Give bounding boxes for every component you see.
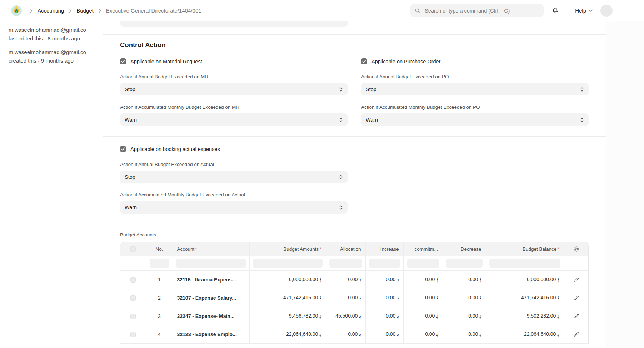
help-dropdown[interactable]: Help xyxy=(575,8,593,14)
filter-input-budget-amounts[interactable] xyxy=(253,259,323,268)
pencil-icon xyxy=(574,295,579,301)
decrease-cell[interactable]: 0.00 ؋ xyxy=(443,325,486,343)
budget-balance-cell[interactable]: 6,000,000.00 ؋ xyxy=(486,270,564,289)
breadcrumb: Accounting Budget Executive General Dire… xyxy=(30,8,201,14)
field-label: Action if Accumulated Monthly Budget Exc… xyxy=(120,104,348,110)
checkbox-checked-icon[interactable] xyxy=(120,146,126,152)
decrease-cell[interactable]: 0.00 ؋ xyxy=(443,270,486,289)
allocation-cell[interactable]: 0.00 ؋ xyxy=(326,289,365,307)
field-label: Action if Annual Budget Exceeded on Actu… xyxy=(120,162,348,167)
action-annual-mr-select[interactable]: Stop xyxy=(120,83,348,95)
applicable-on-mr-checkbox-row[interactable]: Applicable on Material Request xyxy=(120,58,348,64)
action-monthly-po-select[interactable]: Warn xyxy=(361,113,589,126)
allocation-cell[interactable]: 0.00 ؋ xyxy=(326,270,365,289)
page-body: m.waseelmohammadi@gmail.com last edited … xyxy=(0,21,644,348)
search-input[interactable] xyxy=(424,8,539,14)
col-header-no: No. xyxy=(146,242,173,256)
pencil-icon xyxy=(574,277,579,283)
breadcrumb-chevron-icon xyxy=(30,9,33,13)
commitments-cell[interactable]: 0.00 ؋ xyxy=(403,289,443,307)
field-label: Action if Accumulated Monthly Budget Exc… xyxy=(361,104,589,110)
commitments-cell[interactable]: 0.00 ؋ xyxy=(403,307,443,325)
select-chevrons-icon xyxy=(580,87,584,92)
account-cell[interactable]: 32115 - Ikramia Expens... xyxy=(173,270,249,289)
select-value: Warn xyxy=(125,205,137,210)
allocation-cell[interactable]: 45,500.00 ؋ xyxy=(326,307,365,325)
filter-cell-empty xyxy=(120,256,146,270)
increase-cell[interactable]: 0.00 ؋ xyxy=(365,270,403,289)
cutoff-field[interactable] xyxy=(120,21,348,27)
row-edit-cell xyxy=(564,289,589,307)
edit-row-button[interactable] xyxy=(574,295,579,301)
decrease-cell[interactable]: 0.00 ؋ xyxy=(443,307,486,325)
decrease-cell[interactable]: 0.00 ؋ xyxy=(443,289,486,307)
field-annual-po: Action if Annual Budget Exceeded on PO S… xyxy=(361,74,589,95)
previous-section-partial xyxy=(103,21,606,35)
booking-col: Applicable on booking actual expenses Ac… xyxy=(120,146,348,222)
row-checkbox[interactable] xyxy=(130,277,136,283)
checkbox-checked-icon[interactable] xyxy=(120,58,126,64)
notifications-button[interactable] xyxy=(551,7,559,14)
breadcrumb-item-document: Executive General Directorate/1404/001 xyxy=(106,8,201,14)
user-avatar[interactable] xyxy=(600,5,613,17)
edit-row-button[interactable] xyxy=(574,332,579,337)
breadcrumb-item-accounting[interactable]: Accounting xyxy=(38,8,64,14)
filter-input-allocation[interactable] xyxy=(329,259,362,268)
filter-input-increase[interactable] xyxy=(369,259,400,268)
filter-input-budget-balance[interactable] xyxy=(489,259,560,268)
action-annual-actual-select[interactable]: Stop xyxy=(120,171,348,183)
breadcrumb-item-budget[interactable]: Budget xyxy=(76,8,94,14)
row-edit-cell xyxy=(564,307,589,325)
budget-amounts-cell[interactable]: 22,064,640.00 ؋ xyxy=(249,325,326,343)
col-header-allocation: Allocation xyxy=(326,242,365,256)
row-checkbox[interactable] xyxy=(130,295,136,301)
filter-input-no[interactable] xyxy=(150,259,169,268)
navbar-right: Help xyxy=(410,4,613,17)
filter-cell-allocation xyxy=(326,256,365,270)
budget-balance-cell[interactable]: 471,742,416.00 ؋ xyxy=(486,289,564,307)
action-monthly-mr-select[interactable]: Warn xyxy=(120,113,348,126)
allocation-cell[interactable]: 0.00 ؋ xyxy=(326,325,365,343)
global-search xyxy=(410,4,544,17)
checkbox-checked-icon[interactable] xyxy=(361,58,367,64)
account-cell[interactable]: 32247 - Expense- Main... xyxy=(173,307,249,325)
row-checkbox[interactable] xyxy=(130,314,136,319)
app-logo-icon[interactable] xyxy=(11,5,22,16)
row-number-cell: 3 xyxy=(146,307,173,325)
account-cell[interactable]: 32123 - Expense Emplo... xyxy=(173,325,249,343)
grid-settings-cell xyxy=(564,242,589,256)
increase-cell[interactable]: 0.00 ؋ xyxy=(365,289,403,307)
select-value: Warn xyxy=(366,117,378,123)
applicable-on-po-checkbox-row[interactable]: Applicable on Purchase Order xyxy=(361,58,589,64)
select-all-checkbox[interactable] xyxy=(130,246,136,252)
increase-cell[interactable]: 0.00 ؋ xyxy=(365,325,403,343)
budget-balance-cell[interactable]: 9,502,282.00 ؋ xyxy=(486,307,564,325)
filter-input-decrease[interactable] xyxy=(446,259,483,268)
grid-filter-row xyxy=(120,256,589,270)
grid-settings-button[interactable] xyxy=(574,246,580,252)
budget-amounts-cell[interactable]: 9,456,782.00 ؋ xyxy=(249,307,326,325)
budget-balance-cell[interactable]: 22,064,640.00 ؋ xyxy=(486,325,564,343)
filter-input-commitments[interactable] xyxy=(407,259,439,268)
row-number-cell: 4 xyxy=(146,325,173,343)
edit-row-button[interactable] xyxy=(574,277,579,283)
budget-amounts-cell[interactable]: 6,000,000.00 ؋ xyxy=(249,270,326,289)
table-row: 2 32107 - Expense Salary... 471,742,416.… xyxy=(120,289,589,307)
action-monthly-actual-select[interactable]: Warn xyxy=(120,201,348,214)
edit-row-button[interactable] xyxy=(574,313,579,319)
increase-cell[interactable]: 0.00 ؋ xyxy=(365,307,403,325)
filter-cell-commitments xyxy=(403,256,443,270)
applicable-on-actual-checkbox-row[interactable]: Applicable on booking actual expenses xyxy=(120,146,348,152)
booking-expenses-section: Applicable on booking actual expenses Ac… xyxy=(103,137,606,224)
account-cell[interactable]: 32107 - Expense Salary... xyxy=(173,289,249,307)
row-checkbox[interactable] xyxy=(130,332,136,337)
filter-input-account[interactable] xyxy=(176,259,246,268)
section-title: Control Action xyxy=(120,41,589,49)
commitments-cell[interactable]: 0.00 ؋ xyxy=(403,325,443,343)
row-checkbox-cell xyxy=(120,307,146,325)
field-label: Action if Annual Budget Exceeded on MR xyxy=(120,74,348,79)
commitments-cell[interactable]: 0.00 ؋ xyxy=(403,270,443,289)
select-value: Stop xyxy=(125,87,135,92)
budget-amounts-cell[interactable]: 471,742,416.00 ؋ xyxy=(249,289,326,307)
action-annual-po-select[interactable]: Stop xyxy=(361,83,589,95)
